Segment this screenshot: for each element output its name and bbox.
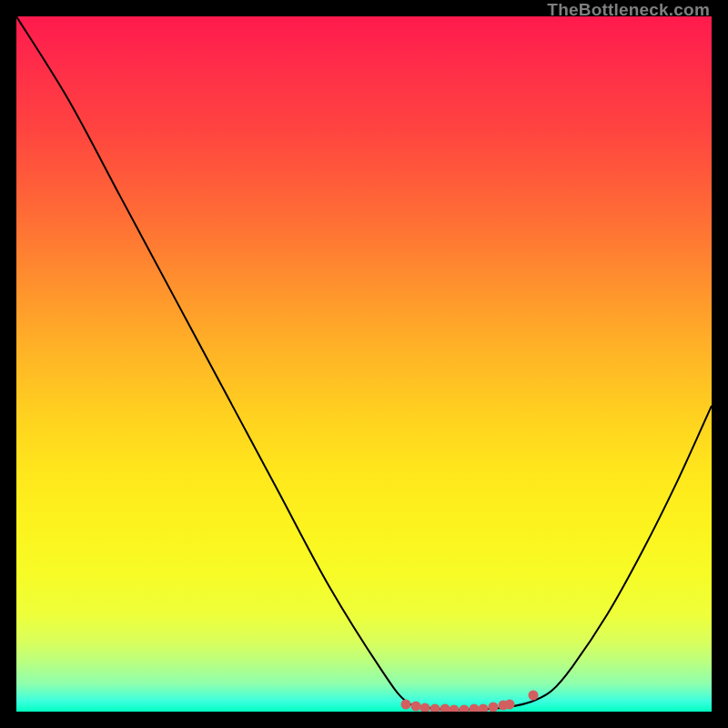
curve-marker xyxy=(440,704,450,712)
curve-marker xyxy=(450,704,460,712)
curve-marker xyxy=(400,699,410,709)
chart-frame: TheBottleneck.com xyxy=(0,0,728,728)
curve-marker xyxy=(528,690,538,700)
curve-marker xyxy=(410,702,420,712)
curve-markers-group xyxy=(16,16,712,712)
curve-marker xyxy=(469,704,479,712)
curve-marker xyxy=(479,703,489,712)
curve-marker xyxy=(505,699,515,709)
plot-area xyxy=(16,16,712,712)
curve-marker xyxy=(489,703,499,712)
watermark-text: TheBottleneck.com xyxy=(547,0,710,20)
curve-marker xyxy=(460,704,470,712)
curve-marker xyxy=(430,703,440,712)
curve-marker xyxy=(420,703,430,712)
